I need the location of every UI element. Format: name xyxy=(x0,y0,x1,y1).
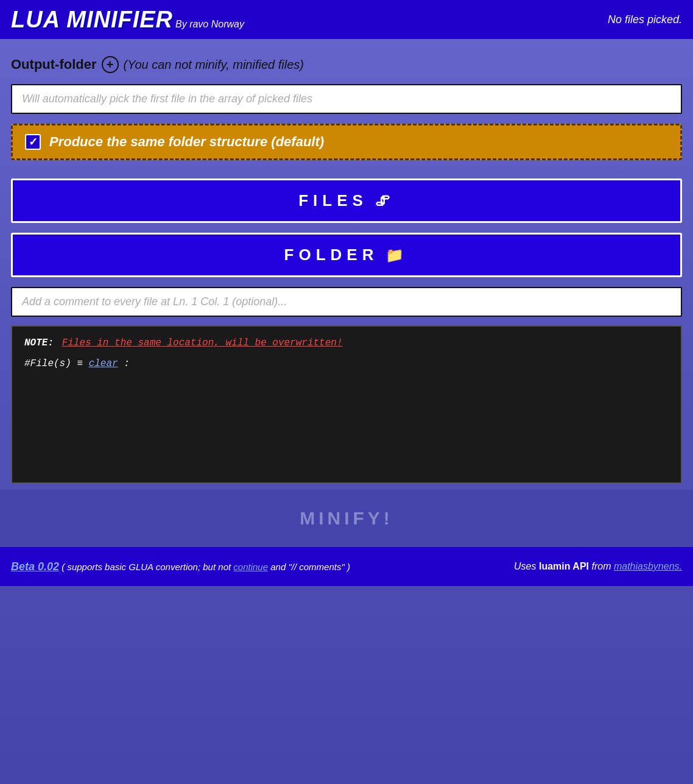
log-note-line: NOTE: Files in the same location, will b… xyxy=(24,337,669,348)
log-colon: : xyxy=(124,358,130,369)
comment-input[interactable] xyxy=(11,287,682,317)
footer-desc2: and "// comments" ) xyxy=(270,562,350,572)
main-content: Output-folder + (You can not minify, min… xyxy=(0,39,693,490)
folder-button-label: FOLDER xyxy=(284,245,379,264)
app-subtitle: By ravo Norway xyxy=(175,19,244,30)
footer-right: Uses luamin API from mathiasbynens. xyxy=(514,561,682,572)
app-title: LUA MINIFIER xyxy=(11,7,173,33)
folder-icon: 📁 xyxy=(385,247,409,264)
output-folder-row: Output-folder + (You can not minify, min… xyxy=(11,56,682,73)
folder-structure-label: Produce the same folder structure (defau… xyxy=(49,134,324,150)
output-folder-note: (You can not minify, minified files) xyxy=(124,58,304,72)
files-button-label: FILES xyxy=(298,191,368,210)
footer-left: Beta 0.02 ( supports basic GLUA converti… xyxy=(11,560,350,573)
footer-desc: ( supports basic GLUA convertion; but no… xyxy=(62,562,231,572)
paperclip-icon: 🖇 xyxy=(375,192,395,210)
comment-input-wrap xyxy=(11,287,682,317)
log-note-label: NOTE: xyxy=(24,337,54,348)
log-files-line: #File(s) ≡ clear : xyxy=(24,358,669,369)
mathias-link[interactable]: mathiasbynens. xyxy=(614,561,682,571)
folder-structure-checkbox[interactable]: ✓ xyxy=(25,134,41,150)
log-area: NOTE: Files in the same location, will b… xyxy=(11,325,682,484)
header: LUA MINIFIER By ravo Norway No files pic… xyxy=(0,0,693,39)
footer-api-bold: luamin API xyxy=(539,561,589,571)
add-output-folder-button[interactable]: + xyxy=(102,56,119,73)
files-button[interactable]: FILES 🖇 xyxy=(11,178,682,223)
checkmark-icon: ✓ xyxy=(29,136,38,147)
output-folder-input[interactable] xyxy=(11,84,682,114)
footer-from-text: from xyxy=(591,561,611,571)
footer: Beta 0.02 ( supports basic GLUA converti… xyxy=(0,547,693,586)
minify-section: MINIFY! xyxy=(0,490,693,547)
log-clear-button[interactable]: clear xyxy=(89,358,118,369)
folder-button[interactable]: FOLDER 📁 xyxy=(11,233,682,277)
log-note-warning: Files in the same location, will be over… xyxy=(62,337,343,348)
minify-button[interactable]: MINIFY! xyxy=(300,508,393,529)
output-folder-label: Output-folder xyxy=(11,57,97,72)
files-status: No files picked. xyxy=(608,13,682,26)
continue-link[interactable]: continue xyxy=(233,562,268,572)
beta-link[interactable]: Beta 0.02 xyxy=(11,560,59,573)
log-files-count-label: #File(s) xyxy=(24,358,71,369)
log-equals-icon: ≡ xyxy=(77,358,88,369)
header-title: LUA MINIFIER By ravo Norway xyxy=(11,7,244,33)
folder-structure-checkbox-row[interactable]: ✓ Produce the same folder structure (def… xyxy=(11,124,682,160)
footer-right-text: Uses xyxy=(514,561,536,571)
